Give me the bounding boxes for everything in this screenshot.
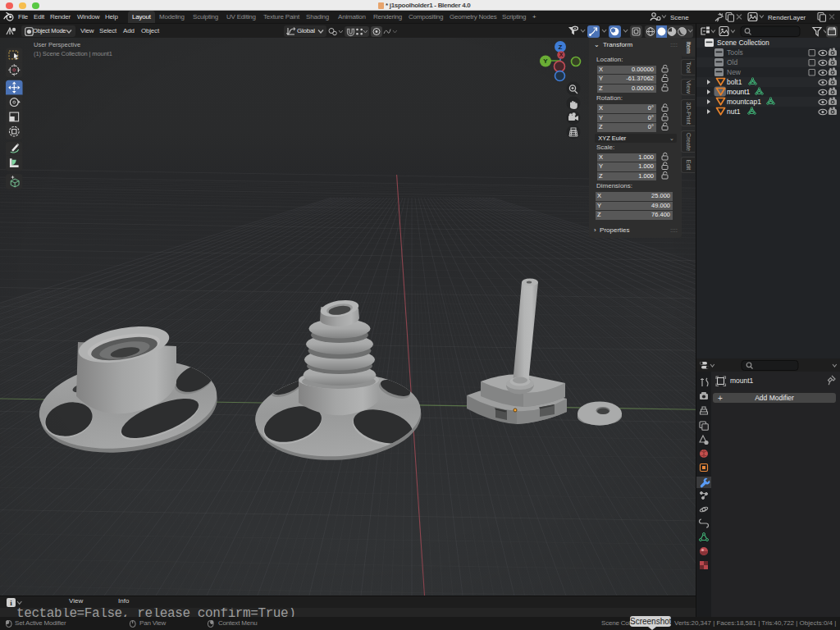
svg-text:Scene: Scene — [670, 14, 689, 21]
svg-text:Z: Z — [559, 43, 563, 51]
svg-text:Y: Y — [543, 57, 548, 65]
svg-text:Scene Collection: Scene Collection — [717, 39, 769, 47]
svg-text:X: X — [559, 52, 564, 57]
svg-text:Add Modifier: Add Modifier — [755, 394, 794, 402]
svg-text:+: + — [718, 394, 723, 403]
svg-text:mount1: mount1 — [727, 88, 751, 96]
svg-text:Tools: Tools — [727, 48, 743, 57]
svg-text:RenderLayer: RenderLayer — [768, 14, 806, 21]
svg-text:mountcap1: mountcap1 — [727, 98, 761, 106]
svg-text:nut1: nut1 — [727, 107, 741, 116]
svg-text:Old: Old — [727, 58, 738, 66]
svg-text:New: New — [727, 68, 742, 76]
svg-text:mount1: mount1 — [730, 377, 754, 385]
svg-text:bolt1: bolt1 — [727, 78, 742, 86]
